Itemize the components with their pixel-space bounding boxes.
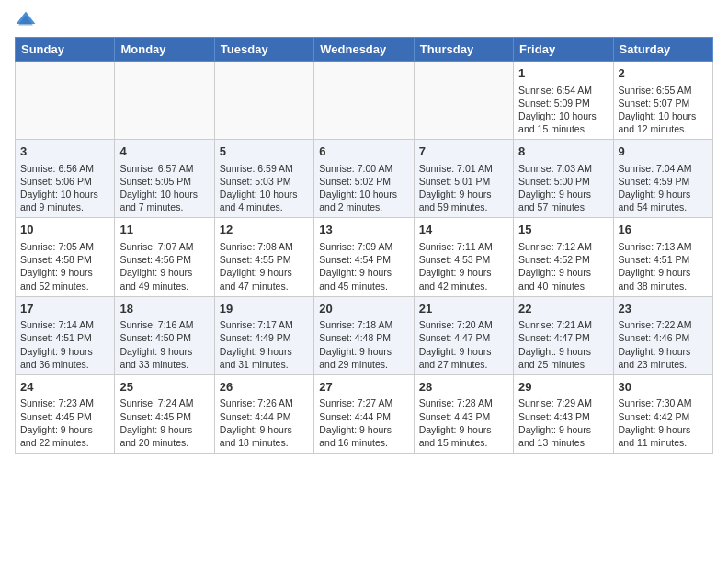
day-info-line: Daylight: 9 hours and 47 minutes.: [220, 266, 309, 292]
day-info-line: Sunrise: 7:12 AM: [518, 240, 608, 253]
calendar-cell: 6Sunrise: 7:00 AMSunset: 5:02 PMDaylight…: [314, 140, 414, 218]
day-info-line: Sunset: 5:07 PM: [619, 97, 708, 109]
col-monday: Monday: [115, 38, 214, 62]
day-info-line: Daylight: 9 hours and 25 minutes.: [518, 345, 608, 371]
day-number: 12: [220, 222, 309, 238]
day-info-line: Sunrise: 7:22 AM: [619, 318, 708, 331]
calendar-cell: [414, 62, 513, 140]
day-info-line: Sunset: 4:56 PM: [119, 253, 209, 266]
day-info-line: Sunrise: 7:14 AM: [20, 318, 109, 331]
day-info-line: Daylight: 10 hours and 4 minutes.: [220, 188, 309, 213]
day-info-line: Sunset: 5:01 PM: [419, 175, 508, 188]
col-thursday: Thursday: [414, 38, 513, 62]
calendar-cell: 7Sunrise: 7:01 AMSunset: 5:01 PMDaylight…: [414, 140, 513, 218]
day-info-line: Sunrise: 7:24 AM: [119, 396, 209, 409]
calendar-cell: 27Sunrise: 7:27 AMSunset: 4:44 PMDayligh…: [314, 374, 414, 453]
day-info-line: Sunrise: 7:04 AM: [619, 162, 708, 175]
day-info-line: Sunset: 5:06 PM: [20, 175, 109, 188]
day-info-line: Sunrise: 7:09 AM: [319, 240, 408, 253]
day-info-line: Daylight: 9 hours and 45 minutes.: [319, 266, 408, 292]
col-tuesday: Tuesday: [214, 38, 313, 62]
day-number: 17: [20, 301, 109, 317]
day-info-line: Sunrise: 7:11 AM: [419, 240, 508, 253]
day-info-line: Sunrise: 7:23 AM: [20, 396, 109, 409]
calendar-cell: 13Sunrise: 7:09 AMSunset: 4:54 PMDayligh…: [314, 218, 414, 296]
day-info-line: Sunrise: 7:05 AM: [20, 240, 109, 253]
day-info-line: Daylight: 9 hours and 23 minutes.: [619, 345, 708, 371]
day-info-line: Sunset: 4:54 PM: [319, 253, 408, 266]
calendar-table: Sunday Monday Tuesday Wednesday Thursday…: [15, 37, 713, 454]
calendar-cell: 15Sunrise: 7:12 AMSunset: 4:52 PMDayligh…: [514, 218, 613, 296]
calendar-cell: 21Sunrise: 7:20 AMSunset: 4:47 PMDayligh…: [414, 296, 513, 374]
day-info-line: Sunrise: 7:21 AM: [518, 318, 608, 331]
day-number: 7: [419, 144, 508, 160]
day-number: 10: [20, 222, 109, 238]
calendar-cell: 24Sunrise: 7:23 AMSunset: 4:45 PMDayligh…: [16, 374, 115, 453]
day-info-line: Sunset: 4:49 PM: [220, 331, 309, 344]
calendar-week-row: 17Sunrise: 7:14 AMSunset: 4:51 PMDayligh…: [16, 296, 713, 374]
day-info-line: Daylight: 10 hours and 12 minutes.: [619, 109, 708, 135]
day-info-line: Sunrise: 6:59 AM: [220, 162, 309, 175]
day-number: 20: [319, 301, 408, 317]
col-sunday: Sunday: [16, 38, 115, 62]
day-number: 29: [518, 379, 608, 396]
day-info-line: Sunset: 4:45 PM: [119, 410, 209, 423]
day-info-line: Sunset: 4:58 PM: [20, 253, 109, 266]
calendar-cell: [314, 62, 414, 140]
day-number: 14: [419, 222, 508, 238]
day-info-line: Daylight: 9 hours and 33 minutes.: [119, 345, 209, 371]
day-info-line: Daylight: 9 hours and 31 minutes.: [220, 345, 309, 371]
day-number: 24: [20, 379, 109, 396]
calendar-cell: 12Sunrise: 7:08 AMSunset: 4:55 PMDayligh…: [214, 218, 313, 296]
day-info-line: Sunrise: 6:56 AM: [20, 162, 109, 175]
calendar-cell: 14Sunrise: 7:11 AMSunset: 4:53 PMDayligh…: [414, 218, 513, 296]
day-number: 5: [220, 144, 309, 160]
day-number: 27: [319, 379, 408, 396]
day-info-line: Daylight: 9 hours and 40 minutes.: [518, 266, 608, 292]
calendar-cell: 22Sunrise: 7:21 AMSunset: 4:47 PMDayligh…: [514, 296, 613, 374]
day-info-line: Daylight: 10 hours and 7 minutes.: [119, 188, 209, 213]
day-info-line: Sunset: 4:55 PM: [220, 253, 309, 266]
day-number: 26: [220, 379, 309, 396]
day-number: 18: [119, 301, 209, 317]
calendar-cell: 25Sunrise: 7:24 AMSunset: 4:45 PMDayligh…: [115, 374, 214, 453]
day-info-line: Sunrise: 7:27 AM: [319, 396, 408, 409]
day-number: 21: [419, 301, 508, 317]
day-info-line: Sunrise: 6:57 AM: [119, 162, 209, 175]
day-info-line: Daylight: 9 hours and 52 minutes.: [20, 266, 109, 292]
day-info-line: Sunset: 5:00 PM: [518, 175, 608, 188]
day-info-line: Sunset: 4:43 PM: [518, 410, 608, 423]
day-info-line: Sunrise: 7:16 AM: [119, 318, 209, 331]
calendar-cell: 20Sunrise: 7:18 AMSunset: 4:48 PMDayligh…: [314, 296, 414, 374]
day-number: 15: [518, 222, 608, 238]
day-info-line: Sunset: 4:42 PM: [619, 410, 708, 423]
calendar-cell: [214, 62, 313, 140]
day-info-line: Daylight: 9 hours and 13 minutes.: [518, 423, 608, 449]
calendar-cell: 18Sunrise: 7:16 AMSunset: 4:50 PMDayligh…: [115, 296, 214, 374]
calendar-cell: [115, 62, 214, 140]
day-info-line: Sunset: 4:51 PM: [619, 253, 708, 266]
calendar-cell: 2Sunrise: 6:55 AMSunset: 5:07 PMDaylight…: [613, 62, 712, 140]
day-number: 30: [619, 379, 708, 396]
day-info-line: Daylight: 9 hours and 20 minutes.: [119, 423, 209, 449]
day-info-line: Sunset: 4:47 PM: [518, 331, 608, 344]
day-number: 1: [518, 65, 608, 82]
day-info-line: Sunset: 5:09 PM: [518, 97, 608, 109]
day-number: 9: [619, 144, 708, 160]
calendar-week-row: 1Sunrise: 6:54 AMSunset: 5:09 PMDaylight…: [16, 62, 713, 140]
day-info-line: Daylight: 9 hours and 18 minutes.: [220, 423, 309, 449]
calendar-cell: 9Sunrise: 7:04 AMSunset: 4:59 PMDaylight…: [613, 140, 712, 218]
day-info-line: Daylight: 9 hours and 11 minutes.: [619, 423, 708, 449]
col-saturday: Saturday: [613, 38, 712, 62]
day-info-line: Daylight: 9 hours and 54 minutes.: [619, 188, 708, 213]
day-info-line: Daylight: 9 hours and 38 minutes.: [619, 266, 708, 292]
day-info-line: Daylight: 9 hours and 22 minutes.: [20, 423, 109, 449]
page-header: [0, 0, 728, 37]
calendar-cell: 10Sunrise: 7:05 AMSunset: 4:58 PMDayligh…: [16, 218, 115, 296]
calendar-cell: 23Sunrise: 7:22 AMSunset: 4:46 PMDayligh…: [613, 296, 712, 374]
day-info-line: Sunset: 5:02 PM: [319, 175, 408, 188]
calendar-cell: 3Sunrise: 6:56 AMSunset: 5:06 PMDaylight…: [16, 140, 115, 218]
calendar-cell: 16Sunrise: 7:13 AMSunset: 4:51 PMDayligh…: [613, 218, 712, 296]
day-info-line: Daylight: 9 hours and 29 minutes.: [319, 345, 408, 371]
day-info-line: Daylight: 9 hours and 16 minutes.: [319, 423, 408, 449]
